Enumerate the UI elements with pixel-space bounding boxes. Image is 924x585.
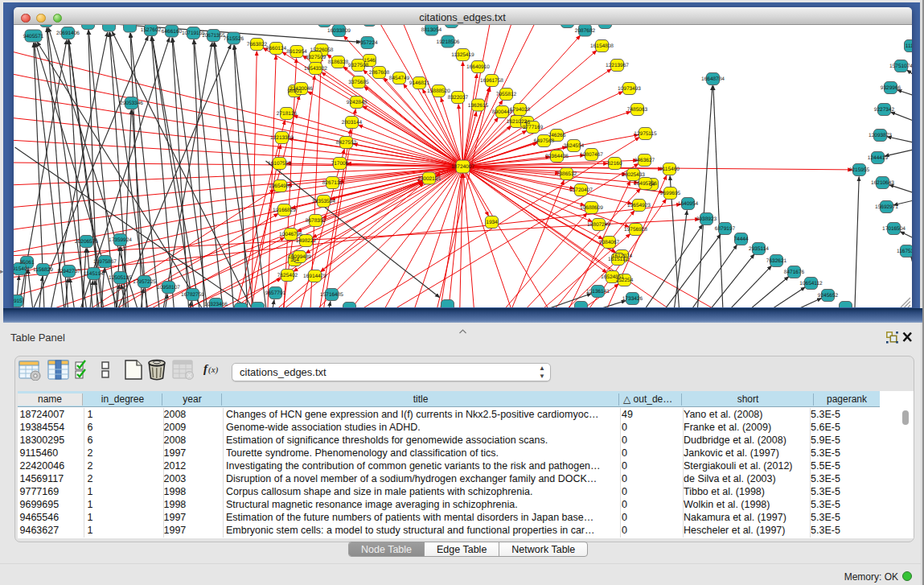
svg-text:18807249: 18807249 [587, 222, 610, 228]
svg-text:20364436: 20364436 [545, 154, 569, 159]
svg-text:12093873: 12093873 [869, 133, 892, 138]
svg-text:2718126: 2718126 [276, 111, 297, 117]
svg-text:8813054: 8813054 [421, 27, 441, 33]
svg-text:15888520: 15888520 [427, 89, 450, 94]
svg-text:10807467: 10807467 [580, 152, 603, 158]
svg-text:1527602: 1527602 [140, 27, 161, 33]
svg-text:16107553: 16107553 [268, 161, 291, 167]
svg-text:16640910: 16640910 [466, 64, 490, 70]
svg-text:3375685: 3375685 [348, 80, 369, 85]
svg-text:15720407: 15720407 [569, 187, 593, 193]
svg-text:8900448: 8900448 [491, 109, 512, 115]
svg-text:8322037: 8322037 [447, 95, 468, 101]
svg-text:252254: 252254 [615, 278, 633, 283]
svg-text:2935114: 2935114 [749, 246, 769, 252]
svg-text:1167534: 1167534 [897, 249, 912, 254]
svg-text:19756928: 19756928 [624, 227, 647, 233]
svg-text:9084067: 9084067 [598, 240, 619, 245]
svg-text:15136141: 15136141 [586, 289, 610, 295]
svg-text:16961758: 16961758 [480, 78, 503, 84]
svg-text:9699695: 9699695 [659, 191, 680, 196]
svg-text:15751074: 15751074 [889, 64, 912, 69]
svg-text:1640954: 1640954 [677, 201, 698, 207]
svg-text:9327508: 9327508 [347, 63, 368, 68]
svg-text:1156829: 1156829 [33, 267, 53, 273]
svg-text:3624554: 3624554 [563, 143, 584, 149]
svg-text:1117: 1117 [905, 43, 911, 49]
svg-text:2867608: 2867608 [368, 70, 389, 76]
svg-text:8660124: 8660124 [265, 46, 286, 51]
svg-text:9405571: 9405571 [23, 34, 43, 39]
svg-text:17359924: 17359924 [109, 237, 132, 243]
svg-text:19654985: 19654985 [269, 183, 292, 189]
svg-text:16099489: 16099489 [288, 254, 311, 260]
svg-text:9329966: 9329966 [880, 85, 901, 91]
svg-text:15716485: 15716485 [320, 292, 343, 298]
svg-text:3915: 3915 [14, 299, 23, 304]
svg-text:6879197: 6879197 [714, 226, 735, 232]
svg-text:12505135: 12505135 [109, 275, 132, 281]
svg-text:17957225: 17957225 [133, 279, 156, 285]
svg-text:8471676: 8471676 [783, 270, 804, 275]
svg-text:8678352: 8678352 [305, 218, 326, 224]
svg-text:1362615: 1362615 [467, 103, 488, 109]
svg-text:1615112: 1615112 [608, 257, 628, 262]
svg-text:7955812: 7955812 [495, 92, 516, 97]
svg-text:1733426: 1733426 [622, 296, 643, 302]
svg-text:746266: 746266 [548, 133, 565, 138]
svg-text:62160: 62160 [607, 161, 622, 167]
svg-text:9146821: 9146821 [409, 80, 429, 86]
svg-text:35061: 35061 [19, 260, 34, 266]
svg-text:6497568: 6497568 [533, 138, 554, 144]
svg-text:19166829: 19166829 [273, 208, 296, 213]
svg-text:8938923: 8938923 [696, 216, 717, 222]
svg-text:7625402: 7625402 [277, 273, 298, 278]
svg-text:2803144: 2803144 [341, 120, 362, 126]
svg-text:9777169: 9777169 [522, 125, 543, 130]
svg-text:20206576: 20206576 [75, 239, 98, 245]
svg-text:16648784: 16648784 [701, 76, 725, 82]
svg-text:16914479: 16914479 [303, 274, 326, 279]
svg-text:9245652: 9245652 [817, 293, 838, 299]
svg-text:29053346: 29053346 [120, 101, 143, 106]
svg-text:1145194: 1145194 [84, 271, 104, 277]
svg-text:9242848: 9242848 [346, 100, 367, 105]
svg-text:9115460: 9115460 [659, 167, 680, 172]
svg-text:23002135: 23002135 [417, 176, 441, 182]
svg-text:2087682: 2087682 [574, 28, 595, 34]
svg-text:10323466: 10323466 [204, 302, 228, 307]
svg-text:16495756: 16495756 [634, 181, 657, 187]
svg-text:10688609: 10688609 [580, 205, 603, 211]
svg-text:17016504: 17016504 [882, 226, 906, 232]
svg-text:717006: 717006 [331, 161, 348, 167]
svg-text:7515526: 7515526 [223, 36, 244, 42]
svg-text:7485063: 7485063 [626, 107, 647, 113]
svg-text:(x): (x) [208, 365, 219, 375]
svg-text:12942737: 12942737 [57, 269, 80, 274]
svg-text:1244419: 1244419 [867, 155, 888, 161]
svg-text:7632621: 7632621 [766, 258, 786, 264]
svg-text:3915401: 3915401 [14, 266, 31, 272]
svg-text:7663822: 7663822 [246, 42, 267, 47]
svg-text:74444: 74444 [733, 237, 748, 242]
svg-text:8427552: 8427552 [335, 140, 356, 146]
svg-text:19654923: 19654923 [627, 203, 651, 208]
svg-text:10671355: 10671355 [202, 33, 225, 39]
svg-text:19218506: 19218506 [436, 39, 459, 45]
svg-text:8186328: 8186328 [327, 60, 348, 65]
svg-text:7357224: 7357224 [357, 40, 378, 46]
svg-text:10046796: 10046796 [279, 232, 302, 237]
svg-text:11325419: 11325419 [451, 52, 474, 58]
svg-text:9463627: 9463627 [634, 158, 655, 163]
svg-text:15692971: 15692971 [875, 204, 898, 210]
svg-text:9327509: 9327509 [305, 55, 326, 60]
svg-text:10654112: 10654112 [799, 281, 823, 286]
svg-text:16033809: 16033809 [327, 28, 351, 34]
svg-text:20691406: 20691406 [56, 31, 80, 36]
svg-text:16154808: 16154808 [590, 43, 614, 49]
svg-text:8267130: 8267130 [322, 180, 343, 186]
svg-text:6794028: 6794028 [509, 107, 530, 113]
svg-text:7386532: 7386532 [556, 171, 577, 177]
svg-text:10973493: 10973493 [618, 86, 641, 92]
svg-text:10958107: 10958107 [157, 285, 180, 290]
